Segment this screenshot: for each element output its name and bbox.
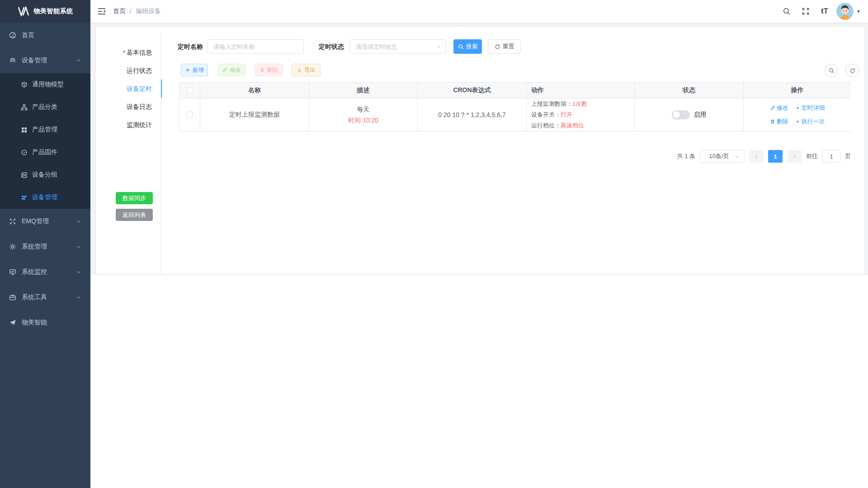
dashboard-icon [9,32,16,39]
header-actions: 动作 [526,83,634,99]
desc-frequency: 每天 [357,104,370,115]
table-row: 定时上报监测数据 每天 时间 10:20 0 20 10 ? * 1,2,3,4… [179,99,850,131]
edit-button[interactable]: 修改 [217,64,245,76]
sidebar-item-label: 首页 [22,31,81,39]
export-button[interactable]: 导出 [292,64,321,76]
emq-icon [9,218,16,225]
sidebar-menu: 首页 设备管理 通用物模型 产品分类 产品管理 产品固件 设备分组 [0,23,90,335]
prev-page-button[interactable] [749,150,764,163]
delete-button[interactable]: 删除 [255,64,283,76]
op-run-once-link[interactable]: 执行一次 [796,117,825,126]
timer-status-select[interactable] [350,39,446,54]
header-name: 名称 [200,83,309,99]
chevron-up-icon [76,58,81,63]
sidebar-item-label: 设备管理 [22,56,76,65]
goto-page-input[interactable] [822,150,840,163]
timer-name-label: 定时名称 [178,39,203,54]
avatar[interactable] [836,3,854,20]
thing-model-icon [21,81,28,88]
search-button[interactable]: 搜索 [453,39,482,54]
toggle-search-icon[interactable] [825,64,838,77]
sidebar-item-system-tools[interactable]: 系统工具 [0,285,90,310]
product-management-icon [21,127,28,133]
sidebar-item-home[interactable]: 首页 [0,23,90,48]
total-count: 共 1 条 [677,152,695,160]
app-title: 物美智能系统 [34,7,73,15]
app-logo[interactable]: 物美智能系统 [0,0,90,23]
add-button[interactable]: 新增 [181,64,208,76]
caret-down-icon[interactable]: ▾ [857,8,860,14]
search-icon[interactable] [779,0,794,23]
breadcrumb-home[interactable]: 首页 [113,7,126,15]
row-actions: 上报监测数据：1次数 设备开关：打开 运行档位：高速档位 [526,99,634,131]
device-tabs: *基本信息 运行状态 设备定时 设备日志 监测统计 数据同步 返回列表 [96,32,161,274]
table-header-row: 名称 描述 CRON表达式 动作 状态 操作 [179,83,850,99]
data-sync-button[interactable]: 数据同步 [116,192,153,204]
refresh-icon[interactable] [845,64,859,77]
timer-status-label: 定时状态 [319,39,344,54]
tab-basic-info[interactable]: *基本信息 [96,43,161,61]
chevron-down-icon [76,269,81,275]
tab-monitor-stats[interactable]: 监测统计 [96,116,161,134]
status-toggle[interactable] [672,110,690,119]
sidebar-item-product-firmware[interactable]: 产品固件 [0,141,90,164]
tab-device-log[interactable]: 设备日志 [96,98,161,116]
row-name: 定时上报监测数据 [200,99,309,131]
device-management-icon [9,57,16,64]
sidebar-item-label: 系统管理 [22,243,76,251]
goto-label: 前往 [806,152,818,160]
op-timer-detail-link[interactable]: 定时详细 [796,104,825,112]
row-checkbox[interactable] [187,112,193,118]
tab-device-timer[interactable]: 设备定时 [96,80,161,98]
sidebar-item-system-monitor[interactable]: 系统监控 [0,259,90,285]
sidebar-item-label: 产品分类 [32,103,81,111]
row-cron: 0 20 10 ? * 1,2,3,4,5,6,7 [417,99,526,131]
status-label: 启用 [694,111,707,119]
header-operations: 操作 [743,83,851,99]
timer-name-input[interactable] [208,39,304,54]
chevron-down-icon [76,219,81,224]
page-number-1[interactable]: 1 [768,150,783,163]
back-to-list-button[interactable]: 返回列表 [116,209,153,221]
chevron-down-icon [76,244,81,249]
product-category-icon [21,104,28,111]
sidebar-item-device-list[interactable]: 设备管理 [0,186,90,209]
header-status: 状态 [634,83,743,99]
next-page-button[interactable] [787,150,802,163]
reset-button[interactable]: 重置 [488,39,521,54]
sidebar-item-thing-model[interactable]: 通用物模型 [0,73,90,96]
pagination: 共 1 条 10条/页 1 前往 页 [179,150,851,163]
required-mark: * [123,49,125,56]
breadcrumb-separator: / [130,8,132,15]
sidebar-collapse-icon[interactable] [90,7,113,16]
action-line: 运行档位：高速档位 [531,120,584,131]
sidebar-item-emq[interactable]: EMQ管理 [0,209,90,234]
op-edit-link[interactable]: 修改 [770,104,788,112]
device-group-icon [21,172,28,178]
timer-table: 名称 描述 CRON表达式 动作 状态 操作 定时上报监测数据 每天 时间 10… [179,82,851,131]
sidebar-item-label: 系统工具 [22,293,76,301]
sidebar-item-device-group[interactable]: 设备分组 [0,164,90,186]
sidebar-item-wumei-smart[interactable]: 物美智能 [0,310,90,335]
breadcrumb: 首页 / 编辑设备 [113,7,161,15]
sidebar-item-system-management[interactable]: 系统管理 [0,234,90,259]
tab-running-status[interactable]: 运行状态 [96,61,161,80]
sidebar-item-label: 通用物模型 [32,80,81,89]
breadcrumb-current: 编辑设备 [136,7,161,15]
header-description: 描述 [309,83,417,99]
sidebar-item-device-management[interactable]: 设备管理 [0,48,90,73]
font-size-icon[interactable]: tT [817,0,832,23]
topbar-actions: tT ▾ [779,0,868,23]
sidebar-item-label: 设备管理 [32,193,81,202]
sidebar-item-label: 系统监控 [22,268,76,276]
monitor-icon [9,268,16,276]
page-size-select[interactable]: 10条/页 [700,150,745,163]
sidebar-item-label: 物美智能 [22,319,81,327]
sidebar-item-product-management[interactable]: 产品管理 [0,118,90,141]
op-delete-link[interactable]: 删除 [770,117,788,126]
sidebar-item-product-category[interactable]: 产品分类 [0,96,90,118]
row-description: 每天 时间 10:20 [309,99,417,131]
product-firmware-icon [21,149,28,156]
select-all-checkbox[interactable] [187,87,193,94]
fullscreen-icon[interactable] [798,0,813,23]
